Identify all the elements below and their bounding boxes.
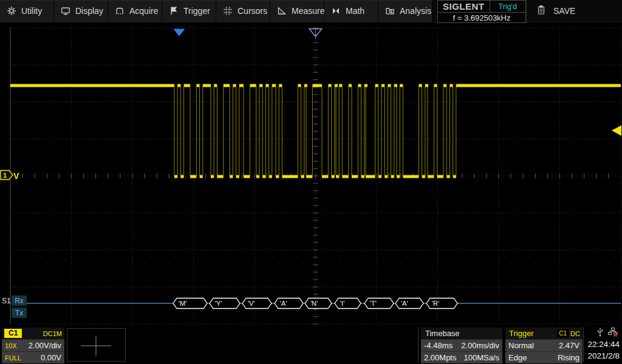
menu-cursors[interactable]: Cursors [216, 0, 270, 22]
monitor-icon [61, 6, 70, 16]
menu-trigger[interactable]: Trigger [162, 0, 216, 22]
uart-frame-value: 'R' [432, 300, 439, 307]
sample-rate: 100MSa/s [463, 353, 499, 362]
acquire-icon [115, 6, 125, 16]
decode-rx-button[interactable]: Rx [12, 295, 27, 306]
frequency-counter: f = 3.692503kHz [438, 13, 525, 22]
oscilloscope-screen: Utility Display Acquire Trigger [0, 0, 622, 364]
menu-label: Measure [292, 6, 324, 16]
uart-frame-value: 'T' [370, 300, 377, 307]
bandwidth-label: FULL [5, 354, 21, 362]
menu-analysis[interactable]: Analysis [378, 0, 432, 22]
menu-math[interactable]: Math [324, 0, 378, 22]
trigger-slope: Rising [558, 353, 579, 362]
channel-unit-label: V [13, 171, 19, 181]
uart-frame: 'Y' [210, 298, 240, 309]
decode-group-label: S1 [2, 297, 11, 305]
save-button[interactable]: SAVE [526, 0, 622, 22]
channel1-trace [10, 86, 621, 177]
menu-label: Cursors [238, 6, 267, 16]
trigger-coupling: DC [570, 330, 580, 337]
uart-frame-value: 'Y' [215, 300, 222, 307]
uart-frame: 'A' [275, 298, 303, 309]
uart-frame-value: 'N' [310, 300, 318, 307]
timebase-delay: -4.48ms [424, 341, 453, 350]
top-menu-bar: Utility Display Acquire Trigger [0, 0, 622, 22]
menu-label: Trigger [183, 6, 210, 16]
save-label: SAVE [553, 6, 575, 16]
probe-attenuation: 10X [5, 342, 17, 349]
menu-acquire[interactable]: Acquire [108, 0, 162, 22]
channel-placeholder[interactable] [67, 328, 126, 362]
uart-frame: 'I' [335, 298, 361, 309]
vertical-offset: 0.00V [41, 353, 61, 362]
trigger-position-marker[interactable] [174, 29, 185, 36]
memory-depth: 2.00Mpts [424, 353, 456, 362]
uart-frame: 'R' [426, 298, 457, 309]
menu-label: Math [346, 6, 364, 16]
system-info: 22:24:44 2021/2/8 [580, 328, 622, 363]
uart-decode-bus: 'M''Y''V''A''N''I''T''A''R' [27, 298, 621, 309]
trigger-mode: Normal [508, 341, 534, 350]
status-bar: C1 DC1M 10X 2.00V/div FULL 0.00V Timebas… [0, 326, 622, 364]
siglent-status-block: SIGLENT Trig'd f = 3.692503kHz [437, 0, 526, 23]
cursors-icon [223, 6, 233, 16]
menu-label: Utility [21, 6, 42, 16]
lan-disconnected-icon[interactable] [607, 327, 618, 340]
trigger-level-marker[interactable] [612, 126, 621, 136]
channel-number-label: 1 [3, 172, 7, 179]
analysis-icon [385, 6, 395, 16]
menu-label: Analysis [400, 6, 431, 16]
menu-label: Display [75, 6, 103, 16]
menu-measure[interactable]: Measure [270, 0, 324, 22]
trigger-level: 2.47V [559, 341, 579, 350]
gear-icon [7, 6, 16, 16]
waveform-display: 'M''Y''V''A''N''I''T''A''R' 1 V [0, 0, 622, 364]
uart-frame-value: 'I' [340, 300, 344, 307]
channel1-descriptor[interactable]: C1 DC1M 10X 2.00V/div FULL 0.00V [2, 328, 64, 363]
uart-frame: 'M' [173, 298, 207, 309]
measure-icon [277, 6, 287, 16]
clock-date: 2021/2/8 [587, 350, 620, 362]
graticule [10, 28, 621, 324]
flag-icon [169, 6, 179, 16]
crosshair-icon [67, 329, 125, 361]
uart-frame-value: 'M' [179, 300, 186, 307]
math-icon [331, 6, 341, 16]
menu-utility[interactable]: Utility [0, 0, 54, 22]
coupling-label: DC1M [43, 330, 62, 337]
clipboard-icon [536, 5, 546, 17]
usb-icon[interactable] [595, 327, 605, 340]
uart-frame-value: 'V' [248, 300, 255, 307]
uart-frame-value: 'A' [401, 300, 408, 307]
timebase-scale: 2.00ms/div [461, 341, 499, 350]
timebase-panel[interactable]: Timebase -4.48ms 2.00ms/div 2.00Mpts 100… [421, 328, 502, 363]
uart-frame-value: 'A' [280, 300, 287, 307]
uart-frame: 'V' [242, 298, 272, 309]
trigger-panel[interactable]: Trigger C1 DC Normal 2.47V Edge Rising [505, 328, 583, 363]
divider [418, 327, 419, 362]
trigger-type: Edge [508, 353, 527, 362]
menu-display[interactable]: Display [54, 0, 108, 22]
uart-frame: 'N' [305, 298, 332, 309]
trigger-status-badge: Trig'd [490, 2, 525, 11]
uart-frame: 'A' [395, 298, 423, 309]
menu-label: Acquire [129, 6, 158, 16]
channel-badge: C1 [4, 329, 22, 338]
decode-tx-button[interactable]: Tx [12, 308, 27, 318]
trigger-source-badge: C1 [557, 329, 569, 337]
vertical-scale: 2.00V/div [29, 341, 61, 350]
trigger-title: Trigger [509, 329, 534, 338]
siglent-logo: SIGLENT [438, 1, 490, 12]
clock-time: 22:24:44 [587, 339, 620, 350]
uart-frame: 'T' [364, 298, 394, 309]
timebase-title: Timebase [425, 329, 460, 338]
